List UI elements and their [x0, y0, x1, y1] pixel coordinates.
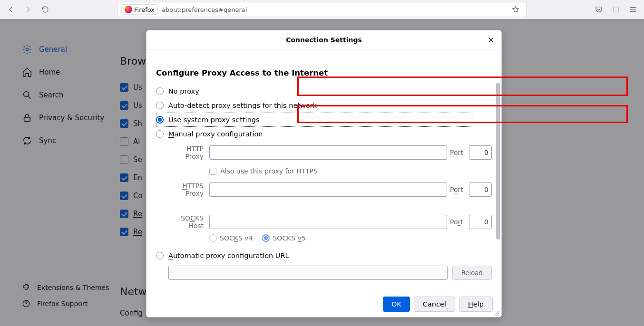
http-port-label: Port	[450, 149, 466, 156]
socks-host-label: SOCKS Host	[168, 214, 206, 230]
radio-socks4[interactable]: SOCKS v4	[209, 234, 253, 242]
pocket-icon[interactable]	[592, 2, 606, 17]
radio-icon	[156, 102, 164, 109]
no-proxy-for-label: No proxy for	[156, 290, 492, 291]
dialog-body: Configure Proxy Access to the Internet N…	[146, 49, 501, 291]
also-https-label: Also use this proxy for HTTPS	[220, 167, 318, 175]
checkbox-icon	[209, 168, 216, 175]
radio-icon	[156, 87, 164, 95]
svg-rect-0	[614, 7, 619, 12]
scrollbar-thumb[interactable]	[496, 83, 500, 240]
https-proxy-label: HTTPS Proxy	[168, 182, 206, 197]
dialog-footer: OK Cancel Help	[146, 291, 501, 317]
radio-label: Use system proxy settings	[168, 116, 260, 124]
radio-label: No proxy	[168, 87, 199, 95]
https-port-label: Port	[450, 186, 466, 193]
back-button[interactable]	[4, 2, 18, 17]
identity-firefox-badge: Firefox	[121, 4, 158, 15]
ok-button[interactable]: OK	[383, 297, 410, 312]
radio-icon	[209, 234, 217, 242]
dialog-title: Connection Settings	[286, 36, 362, 44]
radio-manual-proxy[interactable]: Manual proxy configuration	[156, 127, 492, 141]
socks5-label: SOCKS v5	[273, 234, 305, 242]
radio-socks5[interactable]: SOCKS v5	[262, 234, 305, 242]
socks-port-label: Port	[450, 218, 466, 226]
resize-grip-icon[interactable]	[494, 309, 500, 316]
url-text: about:preferences#general	[162, 6, 247, 13]
radio-auto-url[interactable]: Automatic proxy configuration URL	[156, 249, 492, 263]
bookmark-star-icon[interactable]	[508, 2, 523, 17]
auto-url-input[interactable]	[168, 266, 448, 280]
radio-label: Automatic proxy configuration URL	[168, 252, 289, 259]
cancel-button[interactable]: Cancel	[414, 297, 455, 312]
http-proxy-input[interactable]	[209, 145, 447, 160]
http-port-input[interactable]	[469, 145, 492, 160]
proxy-section-title: Configure Proxy Access to the Internet	[156, 68, 492, 77]
radio-label: Manual proxy configuration	[168, 130, 263, 138]
radio-icon	[156, 130, 164, 138]
radio-icon	[156, 252, 164, 259]
socks-host-input[interactable]	[209, 215, 447, 229]
reload-button[interactable]	[38, 2, 52, 17]
radio-no-proxy[interactable]: No proxy	[156, 84, 492, 98]
identity-label: Firefox	[134, 6, 155, 13]
radio-icon	[262, 234, 270, 242]
connection-settings-dialog: Connection Settings Configure Proxy Acce…	[146, 30, 502, 317]
help-button[interactable]: Help	[459, 297, 493, 312]
socks4-label: SOCKS v4	[220, 234, 253, 242]
https-port-input[interactable]	[469, 182, 492, 197]
radio-label: Auto-detect proxy settings for this netw…	[168, 102, 317, 109]
extensions-icon[interactable]	[609, 2, 623, 17]
address-bar[interactable]: Firefox about:preferences#general	[117, 2, 527, 17]
https-proxy-input[interactable]	[209, 182, 447, 197]
manual-proxy-fields: HTTP Proxy Port Also use this proxy for …	[168, 145, 492, 242]
close-icon	[487, 36, 495, 44]
radio-icon	[156, 116, 164, 124]
browser-toolbar: Firefox about:preferences#general	[0, 0, 644, 19]
dialog-header: Connection Settings	[146, 30, 501, 49]
reload-button[interactable]: Reload	[452, 266, 492, 280]
firefox-icon	[125, 6, 132, 13]
radio-system-proxy[interactable]: Use system proxy settings	[156, 113, 472, 127]
http-proxy-label: HTTP Proxy	[168, 145, 206, 160]
also-use-https-row[interactable]: Also use this proxy for HTTPS	[209, 165, 492, 177]
close-button[interactable]	[484, 33, 498, 47]
menu-icon[interactable]	[626, 2, 640, 17]
socks-port-input[interactable]	[469, 215, 492, 229]
radio-auto-detect[interactable]: Auto-detect proxy settings for this netw…	[156, 98, 492, 113]
forward-button[interactable]	[21, 2, 35, 17]
